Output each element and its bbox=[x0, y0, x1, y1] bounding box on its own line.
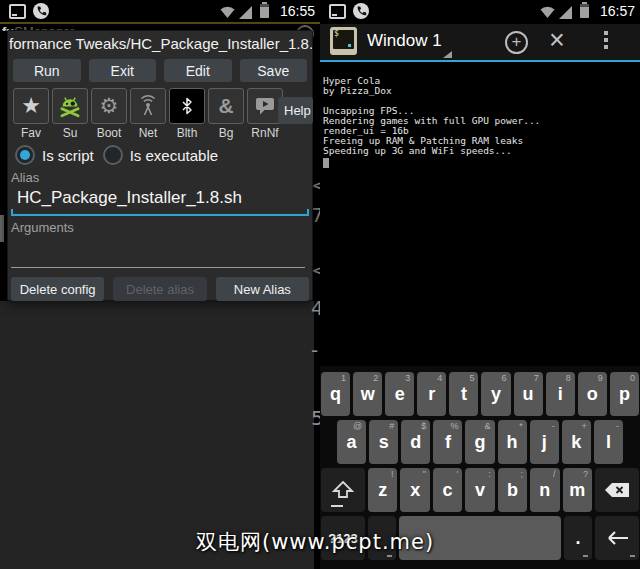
g-key[interactable]: g& bbox=[465, 420, 494, 464]
p-key[interactable]: p0 bbox=[610, 372, 639, 416]
v-key[interactable]: v: bbox=[465, 468, 494, 512]
right-screen: 16:57 $ Window 1 + × Hyper Colaby Pizza_… bbox=[320, 0, 640, 569]
d-key[interactable]: d$ bbox=[401, 420, 430, 464]
ampersand-icon[interactable]: & bbox=[208, 88, 244, 124]
y-key[interactable]: y6 bbox=[481, 372, 510, 416]
background-edge-tab bbox=[0, 215, 4, 242]
key-hint: 2 bbox=[373, 373, 378, 383]
su-icon-cell: Su bbox=[52, 88, 88, 140]
c-key[interactable]: c' bbox=[433, 468, 462, 512]
is-script-radio[interactable] bbox=[15, 145, 35, 165]
key-hint: - bbox=[552, 421, 555, 431]
l-key[interactable]: l- bbox=[594, 420, 623, 464]
key-hint: 7 bbox=[534, 373, 539, 383]
fav-icon-cell: ★Fav bbox=[13, 88, 49, 140]
alias-input-underline bbox=[11, 214, 309, 216]
save-button[interactable]: Save bbox=[240, 59, 308, 82]
icon-label: Blth bbox=[169, 126, 205, 140]
help-button[interactable]: Help bbox=[278, 97, 313, 124]
left-status-bar: 16:55 bbox=[0, 0, 320, 22]
key-hint: 1 bbox=[341, 373, 346, 383]
new-alias-button[interactable]: New Alias bbox=[216, 277, 309, 301]
overflow-menu-button[interactable] bbox=[604, 31, 608, 52]
terminal-line: by Pizza_Dox bbox=[323, 86, 640, 96]
w-key[interactable]: w2 bbox=[353, 372, 382, 416]
window-selector-caret-icon bbox=[443, 51, 452, 58]
m-key[interactable]: m? bbox=[563, 468, 592, 512]
key-hint: - bbox=[616, 421, 619, 431]
is-executable-radio[interactable] bbox=[103, 145, 123, 165]
z-key[interactable]: z! bbox=[368, 468, 397, 512]
terminal-app-icon: $ bbox=[330, 27, 357, 55]
j-key[interactable]: j- bbox=[530, 420, 559, 464]
f-key[interactable]: f% bbox=[433, 420, 462, 464]
key-hint: : bbox=[488, 469, 491, 479]
battery-icon bbox=[580, 4, 589, 18]
terminal-screen[interactable]: Hyper Colaby Pizza_Dox Uncapping FPS...R… bbox=[320, 62, 640, 366]
wifi-icon bbox=[220, 4, 235, 22]
i-key[interactable]: i8 bbox=[546, 372, 575, 416]
icon-label: RnNf bbox=[247, 126, 283, 140]
icon-label: Boot bbox=[91, 126, 127, 140]
superuser-android-icon[interactable] bbox=[52, 88, 88, 124]
key-hint: 3 bbox=[405, 373, 410, 383]
new-window-button[interactable]: + bbox=[505, 31, 528, 54]
key-hint: + bbox=[582, 421, 587, 431]
net-icon-cell: Net bbox=[130, 88, 166, 140]
key-hint: @ bbox=[353, 421, 362, 431]
s-key[interactable]: s# bbox=[369, 420, 398, 464]
period-key[interactable]: . bbox=[564, 516, 592, 560]
delete-alias-button: Delete alias bbox=[113, 277, 206, 301]
smanager-script-dialog: formance Tweaks/HC_Package_Installer_1.8… bbox=[7, 30, 313, 301]
backspace-key[interactable] bbox=[595, 468, 639, 512]
edit-button[interactable]: Edit bbox=[164, 59, 232, 82]
watermark: 双电网(www.pcpt.me) bbox=[196, 528, 434, 556]
run-button[interactable]: Run bbox=[13, 59, 81, 82]
key-hint: ? bbox=[583, 469, 588, 479]
dialog-title: formance Tweaks/HC_Package_Installer_1.8… bbox=[9, 35, 312, 52]
delete-config-button[interactable]: Delete config bbox=[11, 277, 104, 301]
status-time: 16:55 bbox=[280, 3, 315, 19]
alias-input[interactable]: HC_Package_Installer_1.8.sh bbox=[17, 188, 307, 208]
bg-icon-cell: &Bg bbox=[208, 88, 244, 140]
antenna-icon[interactable] bbox=[130, 88, 166, 124]
a-key[interactable]: a@ bbox=[337, 420, 366, 464]
keyboard-row-1: q1w2e3r4t5y6u7i8o9p0 bbox=[320, 372, 640, 416]
script-type-radios: Is script Is executable bbox=[15, 145, 227, 165]
u-key[interactable]: u7 bbox=[514, 372, 543, 416]
gear-icon[interactable]: ⚙ bbox=[91, 88, 127, 124]
right-status-bar: 16:57 bbox=[320, 0, 640, 22]
left-screen: fuSManager <7<4-5 16:55 formance Tweaks/… bbox=[0, 0, 320, 569]
bluetooth-icon[interactable] bbox=[169, 88, 205, 124]
x-key[interactable]: x" bbox=[400, 468, 429, 512]
status-time: 16:57 bbox=[600, 3, 635, 19]
h-key[interactable]: h* bbox=[498, 420, 527, 464]
terminal-line: Speeding up 3G and WiFi speeds... bbox=[323, 146, 640, 156]
arguments-input[interactable] bbox=[11, 236, 307, 266]
star-icon[interactable]: ★ bbox=[13, 88, 49, 124]
key-hint: % bbox=[450, 421, 458, 431]
shift-key[interactable] bbox=[321, 468, 365, 512]
notification-phone-icon bbox=[33, 3, 49, 19]
key-hint: 0 bbox=[630, 373, 635, 383]
k-key[interactable]: k+ bbox=[562, 420, 591, 464]
n-key[interactable]: n/ bbox=[530, 468, 559, 512]
key-hint: 4 bbox=[437, 373, 442, 383]
alias-label: Alias bbox=[11, 170, 39, 185]
e-key[interactable]: e3 bbox=[385, 372, 414, 416]
arguments-label: Arguments bbox=[11, 220, 74, 235]
screenshot-root: fuSManager <7<4-5 16:55 formance Tweaks/… bbox=[0, 0, 640, 569]
notification-terminal-icon bbox=[9, 4, 26, 19]
r-key[interactable]: r4 bbox=[417, 372, 446, 416]
o-key[interactable]: o9 bbox=[578, 372, 607, 416]
background-glyph-fragment: 5 bbox=[311, 406, 320, 430]
key-hint: 6 bbox=[502, 373, 507, 383]
blth-icon-cell: Blth bbox=[169, 88, 205, 140]
t-key[interactable]: t5 bbox=[449, 372, 478, 416]
close-window-button[interactable]: × bbox=[549, 25, 565, 56]
b-key[interactable]: b; bbox=[498, 468, 527, 512]
window-selector[interactable]: Window 1 bbox=[367, 31, 442, 51]
enter-key[interactable] bbox=[595, 516, 639, 560]
exit-button[interactable]: Exit bbox=[89, 59, 157, 82]
q-key[interactable]: q1 bbox=[321, 372, 350, 416]
